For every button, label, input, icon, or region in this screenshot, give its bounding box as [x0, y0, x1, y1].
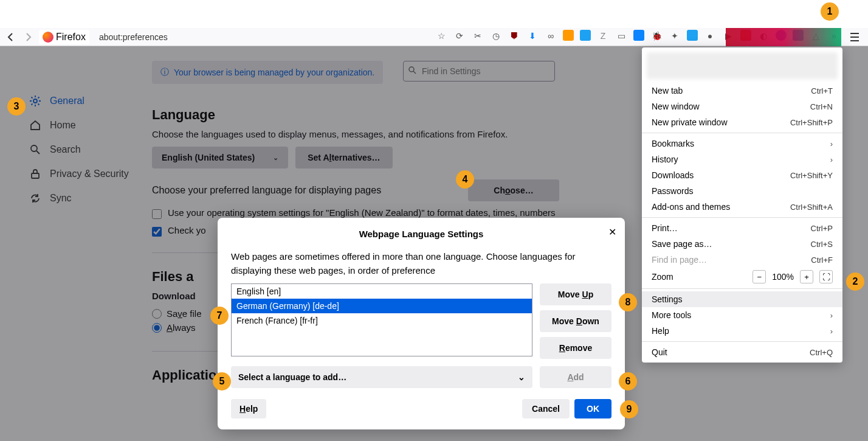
annotation-badge-5: 5: [213, 372, 231, 391]
ext-icon-7[interactable]: [687, 30, 698, 41]
app-menu-button[interactable]: [846, 30, 863, 44]
ext-icon-6[interactable]: ✦: [669, 30, 681, 42]
clock-icon[interactable]: ◷: [490, 30, 502, 42]
menu-item-passwords[interactable]: Passwords: [642, 183, 842, 199]
ext-icon-5[interactable]: 🐞: [650, 30, 663, 42]
ok-button[interactable]: OK: [574, 399, 611, 418]
ext-icon-4[interactable]: [633, 30, 644, 41]
annotation-badge-6: 6: [619, 372, 637, 391]
menu-item-new-window[interactable]: New windowCtrl+N: [642, 99, 842, 114]
add-button[interactable]: Add: [540, 366, 611, 388]
fullscreen-button[interactable]: ⛶: [819, 270, 833, 283]
menu-item-history[interactable]: History›: [642, 151, 842, 167]
menu-item-new-private[interactable]: New private windowCtrl+Shift+P: [642, 114, 842, 130]
lang-item[interactable]: English [en]: [232, 284, 532, 299]
ext-icon-2[interactable]: [580, 30, 591, 41]
menu-item-more-tools[interactable]: More tools›: [642, 307, 842, 323]
zoom-value: 100%: [772, 272, 794, 282]
mask-icon[interactable]: ∞: [545, 30, 557, 42]
menu-item-new-tab[interactable]: New tabCtrl+T: [642, 83, 842, 99]
ext-icon-3[interactable]: Z: [597, 30, 609, 42]
dialog-title: Webpage Language Settings: [231, 229, 611, 239]
firefox-logo-icon: [43, 32, 53, 43]
menu-item-settings[interactable]: Settings: [642, 291, 842, 307]
annotation-badge-2: 2: [846, 273, 864, 291]
download-icon[interactable]: ⬇: [526, 30, 539, 42]
menu-item-bookmarks[interactable]: Bookmarks›: [642, 136, 842, 151]
dialog-desc: Web pages are sometimes offered in more …: [231, 250, 611, 277]
bookmark-star-icon[interactable]: ☆: [435, 30, 447, 42]
brand-label: Firefox: [56, 32, 86, 43]
move-down-button[interactable]: Move Down: [540, 310, 611, 332]
forward-button[interactable]: [22, 31, 34, 43]
annotation-badge-3: 3: [7, 97, 26, 116]
menu-item-help[interactable]: Help›: [642, 323, 842, 339]
url-text: about:preferences: [99, 32, 168, 42]
menu-item-downloads[interactable]: DownloadsCtrl+Shift+Y: [642, 167, 842, 183]
ublock-icon[interactable]: ⛊: [508, 30, 520, 42]
account-section[interactable]: [647, 52, 838, 79]
extension-icon[interactable]: ✂: [472, 30, 484, 42]
language-listbox[interactable]: English [en] German (Germany) [de-de] Fr…: [231, 283, 532, 356]
url-bar[interactable]: about:preferences: [94, 32, 350, 42]
reload-icon[interactable]: ⟳: [453, 30, 466, 42]
ext-icon-1[interactable]: [563, 30, 574, 41]
annotation-badge-7: 7: [210, 307, 229, 325]
help-button[interactable]: Help: [231, 399, 266, 418]
zoom-out-button[interactable]: −: [753, 270, 766, 283]
annotation-badge-8: 8: [619, 293, 637, 311]
identity-box[interactable]: Firefox: [39, 30, 89, 44]
ext-icon-8[interactable]: ●: [704, 30, 716, 42]
cancel-button[interactable]: Cancel: [522, 399, 570, 418]
remove-button[interactable]: Remove: [540, 337, 611, 359]
lang-item[interactable]: German (Germany) [de-de]: [232, 299, 532, 313]
menu-item-find: Find in page…Ctrl+F: [642, 252, 842, 268]
app-menu: New tabCtrl+T New windowCtrl+N New priva…: [642, 47, 842, 363]
reader-icon[interactable]: ▭: [615, 30, 627, 42]
menu-item-print[interactable]: Print…Ctrl+P: [642, 220, 842, 236]
add-select-label: Select a language to add…: [238, 372, 346, 382]
zoom-controls: Zoom − 100% + ⛶: [642, 268, 842, 286]
chevron-down-icon: ⌄: [518, 372, 525, 382]
zoom-in-button[interactable]: +: [800, 270, 813, 283]
close-icon[interactable]: ✕: [608, 226, 616, 238]
move-up-button[interactable]: Move Up: [540, 283, 611, 305]
menu-item-save-as[interactable]: Save page as…Ctrl+S: [642, 236, 842, 252]
language-settings-dialog: Webpage Language Settings ✕ Web pages ar…: [218, 218, 625, 429]
add-language-select[interactable]: Select a language to add… ⌄: [231, 366, 532, 388]
lang-item[interactable]: French (France) [fr-fr]: [232, 313, 532, 328]
annotation-badge-1: 1: [821, 2, 839, 21]
back-button[interactable]: [5, 31, 17, 43]
annotation-badge-4: 4: [456, 170, 474, 189]
annotation-badge-9: 9: [620, 400, 638, 418]
menu-item-quit[interactable]: QuitCtrl+Q: [642, 344, 842, 360]
persona-decoration: [726, 28, 841, 46]
menu-item-addons[interactable]: Add-ons and themesCtrl+Shift+A: [642, 199, 842, 215]
